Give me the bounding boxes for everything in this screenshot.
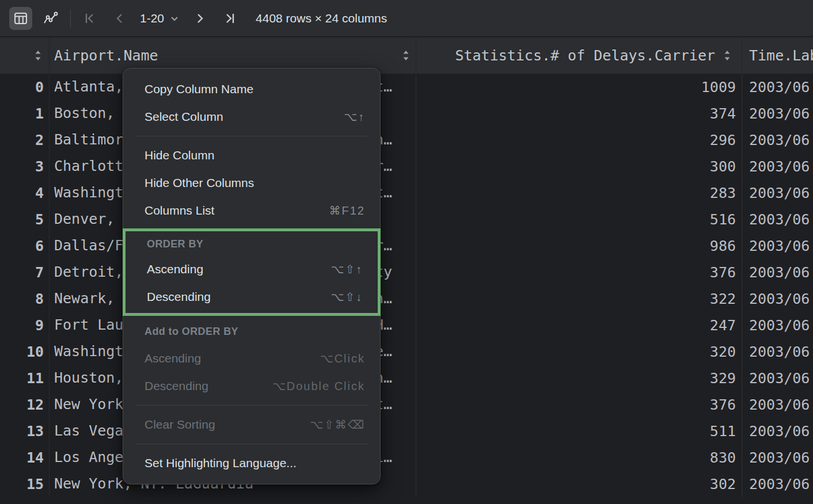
last-page-icon <box>223 12 237 25</box>
cell-time-label[interactable]: 2003/06 <box>742 312 813 338</box>
menu-item-add-order-by-descending[interactable]: Descending ⌥Double Click <box>123 372 380 400</box>
menu-item-hide-other-columns[interactable]: Hide Other Columns <box>123 169 380 197</box>
menu-item-add-order-by-ascending[interactable]: Ascending ⌥Click <box>123 345 380 372</box>
menu-shortcut: ⌥Click <box>320 352 365 365</box>
table-row: 6 Dallas/Fort Worth, TX: Dallas/Fort Wor… <box>0 232 813 259</box>
row-number[interactable]: 2 <box>0 127 49 153</box>
row-number[interactable]: 13 <box>0 418 49 444</box>
menu-item-label: Set Highlighting Language... <box>145 456 297 470</box>
table-row: 8 Newark, NJ: Newark Liberty Internation… <box>0 285 813 312</box>
cell-time-label[interactable]: 2003/06 <box>742 391 813 418</box>
cell-carrier-delays[interactable]: 322 <box>416 285 742 312</box>
cell-time-label[interactable]: 2003/06 <box>742 74 813 100</box>
column-header-label: Time.Label <box>749 47 813 64</box>
menu-item-hide-column[interactable]: Hide Column <box>123 142 380 169</box>
cell-carrier-delays[interactable]: 247 <box>416 312 742 338</box>
cell-time-label[interactable]: 2003/06 <box>742 444 813 471</box>
last-page-button[interactable] <box>221 10 238 27</box>
cell-carrier-delays[interactable]: 516 <box>416 206 742 232</box>
row-number[interactable]: 9 <box>0 312 49 338</box>
row-number[interactable]: 0 <box>0 74 49 100</box>
menu-item-copy-column-name[interactable]: Copy Column Name <box>123 75 380 103</box>
cell-time-label[interactable]: 2003/06 <box>742 206 813 232</box>
cell-carrier-delays[interactable]: 300 <box>416 153 742 180</box>
grid-header: Airport.Name Statistics.# of Delays.Carr… <box>0 37 813 74</box>
column-context-menu: Copy Column Name Select Column ⌥↑ Hide C… <box>123 68 381 484</box>
table-view-button[interactable] <box>9 7 32 30</box>
row-number[interactable]: 7 <box>0 259 49 285</box>
cell-time-label[interactable]: 2003/06 <box>742 418 813 444</box>
cell-carrier-delays[interactable]: 296 <box>416 127 742 153</box>
table-row: 3 Charlotte, NC: Charlotte Douglas Inter… <box>0 153 813 180</box>
menu-item-label: Select Column <box>145 110 223 124</box>
cell-time-label[interactable]: 2003/06 <box>742 180 813 206</box>
data-grid: 0 Atlanta, GA: Hartsfield-Jackson Atlant… <box>0 74 813 504</box>
next-page-icon <box>194 12 206 25</box>
menu-item-order-by-ascending[interactable]: Ascending ⌥⇧↑ <box>126 255 378 283</box>
previous-page-icon <box>114 12 126 25</box>
menu-shortcut: ⌥↑ <box>344 110 365 124</box>
row-number[interactable]: 15 <box>0 471 49 497</box>
row-number[interactable]: 11 <box>0 365 49 391</box>
row-number[interactable]: 6 <box>0 232 49 259</box>
row-number[interactable]: 3 <box>0 153 49 180</box>
cell-carrier-delays[interactable]: 376 <box>416 259 742 285</box>
cell-carrier-delays[interactable]: 302 <box>416 471 742 497</box>
menu-item-set-highlighting-language[interactable]: Set Highlighting Language... <box>123 449 380 477</box>
row-number-column-header[interactable] <box>0 37 49 74</box>
table-row: 9 Fort Lauderdale, FL: Fort Lauderdale-H… <box>0 312 813 338</box>
cell-carrier-delays[interactable]: 320 <box>416 338 742 365</box>
menu-separator <box>135 136 368 136</box>
table-grid-icon <box>13 11 28 26</box>
menu-item-order-by-descending[interactable]: Descending ⌥⇧↓ <box>126 283 378 311</box>
table-row: 2 Baltimore, MD: Baltimore/Washington In… <box>0 127 813 153</box>
row-number[interactable]: 8 <box>0 285 49 312</box>
sort-updown-icon[interactable] <box>723 50 731 61</box>
menu-item-select-column[interactable]: Select Column ⌥↑ <box>123 103 380 131</box>
menu-item-label: Descending <box>145 379 208 393</box>
cell-carrier-delays[interactable]: 986 <box>416 232 742 259</box>
page-range-label: 1-20 <box>140 12 164 25</box>
cell-carrier-delays[interactable]: 511 <box>416 418 742 444</box>
order-by-highlight-box: ORDER BY Ascending ⌥⇧↑ Descending ⌥⇧↓ <box>123 228 381 316</box>
cell-time-label[interactable]: 2003/06 <box>742 471 813 497</box>
row-number[interactable]: 14 <box>0 444 49 471</box>
page-range-dropdown[interactable]: 1-20 <box>140 12 180 25</box>
first-page-button[interactable] <box>81 10 98 27</box>
row-number[interactable]: 10 <box>0 338 49 365</box>
cell-carrier-delays[interactable]: 329 <box>416 365 742 391</box>
row-number[interactable]: 4 <box>0 180 49 206</box>
table-row: 13 Las Vegas, NV: McCarran International… <box>0 418 813 444</box>
row-number[interactable]: 12 <box>0 391 49 418</box>
menu-item-label: Columns List <box>145 204 214 217</box>
cell-carrier-delays[interactable]: 374 <box>416 100 742 127</box>
sort-updown-icon[interactable] <box>34 50 42 61</box>
cell-time-label[interactable]: 2003/06 <box>742 232 813 259</box>
chart-view-button[interactable] <box>39 7 62 30</box>
menu-item-label: Copy Column Name <box>145 82 253 96</box>
column-header-time-label[interactable]: Time.Label <box>742 37 813 74</box>
cell-time-label[interactable]: 2003/06 <box>742 365 813 391</box>
menu-item-label: Hide Column <box>145 148 214 162</box>
cell-time-label[interactable]: 2003/06 <box>742 259 813 285</box>
menu-item-clear-sorting[interactable]: Clear Sorting ⌥⇧⌘⌫ <box>123 411 380 438</box>
previous-page-button[interactable] <box>111 10 128 27</box>
cell-carrier-delays[interactable]: 830 <box>416 444 742 471</box>
next-page-button[interactable] <box>191 10 208 27</box>
row-number[interactable]: 5 <box>0 206 49 232</box>
cell-carrier-delays[interactable]: 1009 <box>416 74 742 100</box>
cell-time-label[interactable]: 2003/06 <box>742 127 813 153</box>
menu-item-columns-list[interactable]: Columns List ⌘F12 <box>123 197 380 224</box>
cell-time-label[interactable]: 2003/06 <box>742 153 813 180</box>
menu-separator <box>135 444 368 444</box>
column-header-carrier-delays[interactable]: Statistics.# of Delays.Carrier <box>416 37 742 74</box>
cell-carrier-delays[interactable]: 376 <box>416 391 742 418</box>
cell-time-label[interactable]: 2003/06 <box>742 100 813 127</box>
sort-updown-icon[interactable] <box>402 50 410 61</box>
row-number[interactable]: 1 <box>0 100 49 127</box>
cell-carrier-delays[interactable]: 283 <box>416 180 742 206</box>
menu-item-label: Descending <box>147 290 211 304</box>
cell-time-label[interactable]: 2003/06 <box>742 338 813 365</box>
cell-time-label[interactable]: 2003/06 <box>742 285 813 312</box>
menu-item-label: Clear Sorting <box>145 418 215 432</box>
